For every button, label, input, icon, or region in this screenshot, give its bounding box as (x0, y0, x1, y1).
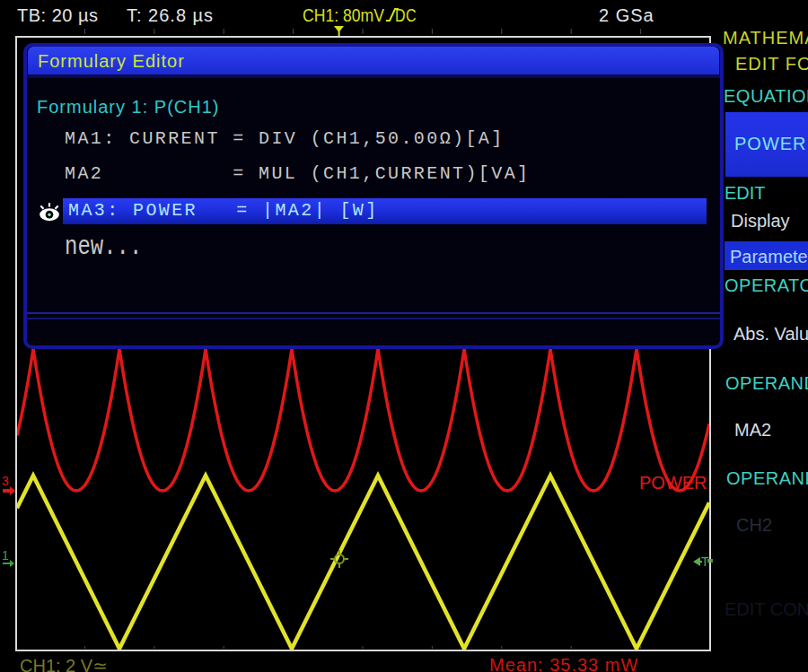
svg-text:1: 1 (2, 548, 9, 563)
svg-text:3: 3 (2, 474, 9, 488)
